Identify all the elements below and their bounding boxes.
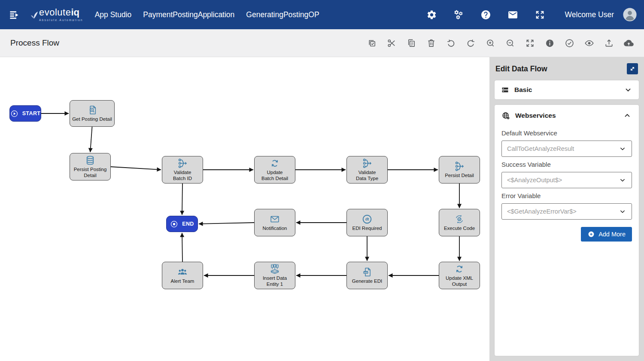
navbar-fullscreen-button[interactable] bbox=[535, 9, 545, 20]
webservices-section-header[interactable]: Webservices bbox=[501, 106, 632, 125]
undo-icon bbox=[446, 38, 456, 48]
redo-icon bbox=[466, 38, 476, 48]
flow-node-start[interactable]: START bbox=[9, 105, 41, 122]
basic-section-label: Basic bbox=[514, 86, 619, 94]
flow-node-persist-detail[interactable]: Persist Detail bbox=[439, 156, 480, 184]
node-label: Insert Data Entity 1 bbox=[263, 275, 287, 288]
toolbar-publish-button[interactable] bbox=[624, 38, 634, 48]
panel-header: Edit Data Flow bbox=[495, 63, 638, 74]
info-icon bbox=[545, 38, 555, 48]
menu-button[interactable] bbox=[9, 9, 20, 21]
flow-node-notification[interactable]: Notification bbox=[254, 209, 295, 236]
envelope-icon bbox=[269, 214, 280, 225]
node-label: Persist Posting Detail bbox=[74, 167, 107, 179]
gear-icon bbox=[426, 9, 437, 20]
nav-link-app-studio[interactable]: App Studio bbox=[95, 10, 132, 19]
success-variable-select[interactable]: <$AnalyzeOutput$> bbox=[501, 172, 632, 188]
document-search-icon bbox=[87, 104, 98, 116]
node-label: Persist Detail bbox=[445, 173, 474, 179]
flow-node-alert-team[interactable]: Alert Team bbox=[162, 262, 203, 289]
node-label: Generate EDI bbox=[352, 278, 382, 285]
flow-edge-notification-to-end bbox=[199, 223, 254, 224]
node-label: Get Posting Detail bbox=[72, 116, 112, 122]
toolbar-zoom-out-button[interactable] bbox=[505, 38, 515, 48]
flow-node-update-xml-output[interactable]: Update XML Output bbox=[439, 262, 480, 289]
flow-edge-validate-batch-id-to-end bbox=[182, 184, 182, 215]
avatar[interactable] bbox=[623, 7, 637, 22]
add-more-button[interactable]: Add More bbox=[581, 227, 632, 242]
navbar-services-button[interactable] bbox=[453, 9, 464, 20]
add-more-label: Add More bbox=[598, 231, 626, 238]
flow-edge-persist-posting-detail-to-validate-batch-id bbox=[111, 167, 161, 170]
toolbar-cut-button[interactable] bbox=[387, 38, 397, 48]
toolbar-export-button[interactable] bbox=[604, 38, 614, 48]
toolbar-select-all-button[interactable] bbox=[367, 38, 377, 48]
svg-text:PDF: PDF bbox=[364, 271, 368, 273]
expand-diagonal-icon bbox=[629, 65, 636, 73]
leaf-icon bbox=[30, 9, 39, 21]
flow-node-execute-code[interactable]: Execute Code bbox=[439, 209, 480, 236]
default-webservice-label: Default Webservice bbox=[501, 129, 632, 137]
globe-gear-icon bbox=[501, 111, 510, 120]
stop-circle-icon bbox=[170, 220, 178, 228]
toolbar-redo-button[interactable] bbox=[466, 38, 476, 48]
brand-logo: evoluteiq Absolute.Automation bbox=[30, 8, 83, 22]
node-label: Alert Team bbox=[171, 278, 194, 285]
eye-icon bbox=[584, 38, 594, 48]
sync-icon bbox=[454, 263, 465, 275]
play-circle-icon bbox=[10, 110, 18, 118]
welcome-text: Welcome User bbox=[565, 10, 614, 19]
edit-data-flow-panel: Edit Data Flow Basic Webservices Default… bbox=[489, 57, 644, 361]
scissors-icon bbox=[387, 38, 397, 48]
flow-node-end[interactable]: END bbox=[166, 216, 198, 232]
copy-icon bbox=[407, 38, 416, 48]
toolbar-delete-button[interactable] bbox=[426, 38, 436, 48]
flow-node-persist-posting-detail[interactable]: Persist Posting Detail bbox=[70, 153, 111, 180]
toolbar-validate-button[interactable] bbox=[565, 38, 574, 48]
flow-node-edi-required[interactable]: dtEDI Required bbox=[346, 209, 388, 236]
storage-icon bbox=[501, 86, 510, 95]
nav-link-process[interactable]: GeneratingPostingOP bbox=[246, 10, 319, 19]
nav-link-application[interactable]: PaymentPostingApplication bbox=[143, 10, 234, 19]
flow-node-update-batch-detail[interactable]: Update Batch Detail bbox=[254, 156, 295, 184]
nav-breadcrumb: App Studio PaymentPostingApplication Gen… bbox=[95, 10, 319, 19]
page-title: Process Flow bbox=[10, 38, 59, 48]
flow-edge-alert-team-to-end bbox=[182, 233, 182, 262]
add-more-row: Add More bbox=[501, 227, 632, 242]
toolbar-info-button[interactable] bbox=[545, 38, 555, 48]
help-icon bbox=[480, 9, 491, 20]
flow-node-validate-batch-id[interactable]: Validate Batch ID bbox=[162, 156, 203, 184]
sync-icon bbox=[269, 158, 280, 169]
webservices-section-card: Webservices Default Webservice CallToGet… bbox=[495, 105, 639, 356]
toolbar-undo-button[interactable] bbox=[446, 38, 456, 48]
merge-icon bbox=[361, 158, 373, 169]
toolbar-preview-button[interactable] bbox=[584, 38, 594, 48]
default-webservice-value: CallToGetAnalyzeResult bbox=[507, 145, 574, 152]
toolbar-fit-screen-button[interactable] bbox=[525, 38, 535, 48]
node-label: Notification bbox=[263, 226, 287, 232]
app-window: STARTGet Posting DetailPersist Posting D… bbox=[0, 0, 644, 361]
flow-node-generate-edi[interactable]: PDFGenerate EDI bbox=[346, 262, 388, 289]
success-variable-label: Success Variable bbox=[501, 161, 632, 168]
select-chevron-icon bbox=[618, 144, 627, 153]
error-variable-select[interactable]: <$GetAnalyzeErrorVar$> bbox=[501, 203, 632, 220]
node-label: START bbox=[22, 110, 41, 117]
error-variable-value: <$GetAnalyzeErrorVar$> bbox=[507, 208, 577, 215]
merge-icon bbox=[454, 161, 465, 172]
default-webservice-select[interactable]: CallToGetAnalyzeResult bbox=[501, 141, 632, 157]
navbar-mail-button[interactable] bbox=[507, 9, 518, 20]
zoom-out-icon bbox=[505, 38, 515, 48]
navbar-settings-button[interactable] bbox=[426, 9, 437, 20]
panel-expand-button[interactable] bbox=[627, 63, 638, 74]
flow-node-insert-data-entity-1[interactable]: Insert Data Entity 1 bbox=[254, 262, 295, 289]
flow-node-get-posting-detail[interactable]: Get Posting Detail bbox=[70, 100, 115, 127]
navbar-help-button[interactable] bbox=[480, 9, 491, 20]
node-label: Validate Batch ID bbox=[173, 170, 192, 182]
node-label: Update XML Output bbox=[446, 275, 473, 288]
flow-node-validate-data-type[interactable]: Validate Data Type bbox=[346, 156, 388, 184]
upload-icon bbox=[604, 38, 614, 48]
toolbar-zoom-in-button[interactable] bbox=[486, 38, 495, 48]
basic-section-header[interactable]: Basic bbox=[495, 80, 639, 99]
cloud-upload-icon bbox=[624, 38, 634, 48]
toolbar-copy-button[interactable] bbox=[407, 38, 416, 48]
